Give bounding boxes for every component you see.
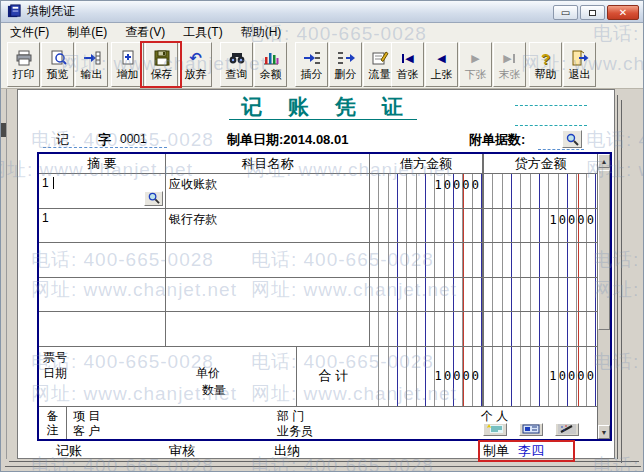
bookkeeper-label: 记账	[56, 442, 82, 460]
debit-amount-cell[interactable]: 10000	[370, 174, 482, 208]
note-icon[interactable]	[483, 423, 507, 436]
header-credit: 贷方金额	[482, 154, 597, 173]
help-icon: ?	[541, 50, 550, 67]
binoculars-icon	[228, 50, 246, 67]
summary-search-button[interactable]	[144, 191, 163, 206]
account-cell[interactable]	[166, 312, 370, 346]
text-cursor	[53, 177, 54, 189]
restore-button[interactable]	[580, 5, 605, 20]
app-icon	[7, 4, 22, 19]
help-button[interactable]: ? 帮助	[529, 42, 562, 87]
summary-cell[interactable]	[39, 312, 166, 346]
menu-view[interactable]: 查看(V)	[116, 23, 174, 42]
dashed-underline	[43, 147, 113, 148]
debit-amount-cell[interactable]	[370, 209, 482, 243]
table-header-row: 摘 要 科目名称 借方金额 贷方金额	[39, 154, 597, 174]
vertical-scrollbar[interactable]: ▲ ▼	[597, 154, 610, 439]
stacked-page-edge	[5, 466, 641, 467]
background-window-edge	[6, 89, 7, 459]
ticket-no-label: 票号	[43, 349, 67, 366]
preview-icon	[49, 50, 67, 67]
preparer-label: 制单	[483, 442, 509, 460]
total-label: 合 计	[296, 347, 371, 406]
minimize-button[interactable]: ▭	[553, 5, 578, 20]
summary-cell[interactable]: 1	[39, 209, 166, 243]
delete-split-button[interactable]: 删分	[329, 42, 362, 87]
table-row[interactable]	[39, 278, 597, 313]
table-row[interactable]: 1 银行存款 10000	[39, 209, 597, 244]
title-bar[interactable]: 填制凭证 ▭ ✕	[1, 1, 644, 23]
account-cell[interactable]	[166, 243, 370, 277]
summary-cell[interactable]	[39, 243, 166, 277]
table-row[interactable]: 1 应收账款 10000	[39, 174, 597, 209]
next-page-button: ▶ 下张	[459, 42, 492, 87]
debit-amount-cell[interactable]	[370, 278, 482, 312]
credit-amount-cell[interactable]	[484, 278, 597, 312]
stacked-page-edge	[9, 461, 639, 462]
dashed-underline	[115, 147, 167, 148]
undo-icon: ↶	[189, 50, 202, 67]
magnifier-icon	[147, 192, 160, 204]
wand-icon[interactable]	[555, 423, 579, 436]
footer-row: 备注 项 目 客 户 部 门 业务员 个 人	[39, 407, 597, 439]
voucher-entry-window: 填制凭证 ▭ ✕ 文件(F) 制单(E) 查看(V) 工具(T) 帮助(H) 打…	[0, 0, 644, 472]
balance-button[interactable]: 余额	[254, 42, 287, 87]
balance-chart-icon	[262, 50, 280, 67]
query-button[interactable]: 查询	[220, 42, 253, 87]
stacked-page-edge	[621, 100, 622, 463]
exit-button[interactable]: 退出	[563, 42, 596, 87]
exit-icon	[571, 50, 589, 67]
scrollbar-thumb[interactable]	[598, 170, 610, 330]
total-debit-cell: 10000	[370, 347, 482, 406]
first-page-button[interactable]: ◀ 首张	[391, 42, 424, 87]
debit-amount-cell[interactable]	[370, 243, 482, 277]
table-row[interactable]	[39, 312, 597, 347]
add-button[interactable]: 增加	[111, 42, 144, 87]
last-page-button: ▶ 末张	[493, 42, 526, 87]
dashed-underline	[538, 149, 584, 150]
menu-tools[interactable]: 工具(T)	[174, 23, 231, 42]
summary-cell[interactable]: 1	[39, 174, 166, 208]
preview-button[interactable]: 预览	[41, 42, 74, 87]
debit-amount-cell[interactable]	[370, 312, 482, 346]
print-button[interactable]: 打印	[7, 42, 40, 87]
menu-file[interactable]: 文件(F)	[1, 23, 58, 42]
credit-amount-cell[interactable]: 10000	[484, 209, 597, 243]
credit-amount-cell[interactable]	[484, 174, 597, 208]
prev-page-button[interactable]: ◀ 上张	[425, 42, 458, 87]
account-cell[interactable]	[166, 278, 370, 312]
table-row[interactable]	[39, 243, 597, 278]
attachment-search-button[interactable]	[562, 130, 582, 148]
scroll-down-button[interactable]: ▼	[598, 425, 610, 439]
credit-amount-cell[interactable]	[484, 243, 597, 277]
save-button[interactable]: 保存	[145, 42, 178, 87]
salesman-label[interactable]: 业务员	[277, 423, 313, 440]
delete-split-icon	[337, 50, 355, 67]
menu-bar: 文件(F) 制单(E) 查看(V) 工具(T) 帮助(H)	[1, 23, 644, 41]
summary-cell[interactable]	[39, 278, 166, 312]
abandon-button[interactable]: ↶ 放弃	[179, 42, 212, 87]
insert-split-button[interactable]: 插分	[295, 42, 328, 87]
stacked-page-edge	[617, 95, 618, 459]
voucher-title: 记 账 凭 证	[1, 93, 644, 121]
menu-voucher[interactable]: 制单(E)	[58, 23, 116, 42]
auditor-label: 审核	[169, 442, 195, 460]
export-button[interactable]: 输出	[75, 42, 108, 87]
voucher-number[interactable]: 0001	[120, 132, 147, 146]
header-account: 科目名称	[166, 154, 370, 173]
header-summary: 摘 要	[39, 154, 166, 173]
close-button[interactable]: ✕	[607, 5, 639, 20]
card-icon[interactable]	[519, 423, 543, 436]
account-cell[interactable]: 银行存款	[166, 209, 370, 243]
remark-label: 备注	[39, 407, 67, 439]
menu-help[interactable]: 帮助(H)	[232, 23, 291, 42]
header-debit: 借方金额	[370, 154, 482, 173]
preparer-name: 李四	[518, 442, 544, 460]
unit-price-label: 单价	[196, 365, 220, 382]
credit-amount-cell[interactable]	[484, 312, 597, 346]
dashed-line	[515, 105, 587, 106]
customer-label[interactable]: 客 户	[73, 423, 100, 440]
account-cell[interactable]: 应收账款	[166, 174, 370, 208]
scroll-up-button[interactable]: ▲	[598, 154, 610, 168]
first-page-icon: ◀	[401, 50, 413, 67]
